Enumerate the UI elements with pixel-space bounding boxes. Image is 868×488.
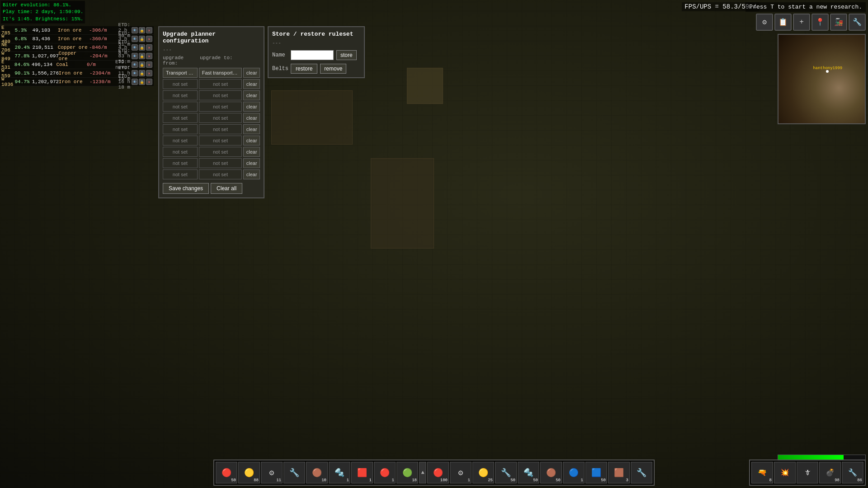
close-icon[interactable]: ✕ bbox=[146, 70, 152, 76]
weapon-item-3[interactable]: 💣98 bbox=[819, 462, 841, 483]
hotbar-item-18[interactable]: 🔧 bbox=[631, 462, 652, 483]
hotbar-count-9: 100 bbox=[440, 478, 448, 483]
hotbar-item-9[interactable]: 🔴100 bbox=[427, 462, 449, 483]
lock-icon[interactable]: 🔒 bbox=[139, 53, 145, 59]
upgrade-row-8: not set not set clear bbox=[163, 147, 260, 157]
not-set-to-6[interactable]: not set bbox=[199, 147, 242, 157]
store-button[interactable]: store bbox=[336, 50, 357, 60]
remove-button[interactable]: remove bbox=[320, 64, 346, 74]
eye-icon[interactable]: 👁 bbox=[132, 61, 138, 68]
not-set-from-8[interactable]: not set bbox=[163, 169, 198, 179]
hotbar-item-11[interactable]: 🟡25 bbox=[472, 462, 494, 483]
to-fast-transport-belt[interactable]: Fast transport belt bbox=[199, 68, 242, 78]
hotbar-item-8[interactable]: 🟢18 bbox=[396, 462, 418, 483]
store-name-input[interactable] bbox=[291, 50, 334, 60]
not-set-to-4[interactable]: not set bbox=[199, 124, 242, 134]
eye-icon[interactable]: 👁 bbox=[132, 79, 138, 85]
weapon-count-0: 8 bbox=[769, 478, 772, 483]
not-set-from-4[interactable]: not set bbox=[163, 124, 198, 134]
eye-icon[interactable]: 👁 bbox=[132, 70, 138, 76]
clear-row-5[interactable]: clear bbox=[243, 136, 260, 145]
eye-icon[interactable]: 👁 bbox=[132, 36, 138, 42]
clear-row-6[interactable]: clear bbox=[243, 147, 260, 157]
close-icon[interactable]: ✕ bbox=[146, 61, 152, 68]
waypoint-button[interactable]: 📍 bbox=[811, 14, 829, 31]
clear-row-3[interactable]: clear bbox=[243, 113, 260, 123]
clear-row-1[interactable]: clear bbox=[243, 90, 260, 100]
upgrade-row-5: not set not set clear bbox=[163, 113, 260, 123]
not-set-to-7[interactable]: not set bbox=[199, 158, 242, 168]
lock-icon[interactable]: 🔒 bbox=[139, 70, 145, 76]
hotbar-scroll-arrow[interactable]: ▲ bbox=[419, 462, 426, 483]
lock-icon[interactable]: 🔒 bbox=[139, 27, 145, 33]
map-button[interactable]: 📋 bbox=[774, 14, 792, 31]
clear-row-4[interactable]: clear bbox=[243, 124, 260, 134]
tool-button[interactable]: 🔧 bbox=[849, 14, 866, 31]
hotbar-item-13[interactable]: 🔩50 bbox=[518, 462, 539, 483]
not-set-to-8[interactable]: not set bbox=[199, 169, 242, 179]
from-transport-belt[interactable]: Transport belt bbox=[163, 68, 198, 78]
zoom-button[interactable]: + bbox=[793, 14, 810, 31]
hotbar-item-2[interactable]: ⚙11 bbox=[261, 462, 283, 483]
hotbar-item-1[interactable]: 🟡88 bbox=[238, 462, 260, 483]
not-set-from-0[interactable]: not set bbox=[163, 79, 198, 89]
hotbar-item-16[interactable]: 🟦50 bbox=[585, 462, 607, 483]
clear-row-8[interactable]: clear bbox=[243, 169, 260, 179]
hotbar-item-0[interactable]: 🔴50 bbox=[216, 462, 237, 483]
close-icon[interactable]: ✕ bbox=[146, 36, 152, 42]
lock-icon[interactable]: 🔒 bbox=[139, 61, 145, 68]
save-changes-button[interactable]: Save changes bbox=[163, 183, 209, 194]
eye-icon[interactable]: 👁 bbox=[132, 44, 138, 51]
not-set-to-5[interactable]: not set bbox=[199, 136, 242, 145]
toolbar[interactable]: ⚙ 📋 + 📍 🚂 🔧 bbox=[756, 14, 866, 31]
clear-first-row[interactable]: clear bbox=[243, 68, 260, 78]
store-restore-sep: --- bbox=[272, 40, 360, 46]
not-set-from-5[interactable]: not set bbox=[163, 136, 198, 145]
hotbar-item-17[interactable]: 🟫3 bbox=[608, 462, 630, 483]
lock-icon[interactable]: 🔒 bbox=[139, 36, 145, 42]
not-set-to-0[interactable]: not set bbox=[199, 79, 242, 89]
factory-element bbox=[407, 68, 443, 104]
not-set-to-2[interactable]: not set bbox=[199, 102, 242, 112]
hotbar-item-15[interactable]: 🔵1 bbox=[563, 462, 585, 483]
weapon-item-1[interactable]: 💥 bbox=[774, 462, 796, 483]
hotbar-item-6[interactable]: 🟥1 bbox=[351, 462, 373, 483]
close-icon[interactable]: ✕ bbox=[146, 44, 152, 51]
hotbar-item-14[interactable]: 🟤50 bbox=[540, 462, 562, 483]
hotbar-item-7[interactable]: 🔴1 bbox=[374, 462, 396, 483]
not-set-from-7[interactable]: not set bbox=[163, 158, 198, 168]
hotbar-item-4[interactable]: 🟤10 bbox=[306, 462, 328, 483]
train-button[interactable]: 🚂 bbox=[830, 14, 847, 31]
resource-row: W 849 77.8% 1,027,097 Copper ore -204/m … bbox=[0, 52, 154, 61]
minimap[interactable]: hanthony1999 bbox=[778, 34, 866, 124]
settings-button[interactable]: ⚙ bbox=[756, 14, 773, 31]
eye-icon[interactable]: 👁 bbox=[132, 27, 138, 33]
research-prompt: Press T to start a new research. bbox=[745, 2, 866, 12]
not-set-from-3[interactable]: not set bbox=[163, 113, 198, 123]
hotbar-icon-11: 🟡 bbox=[478, 468, 488, 478]
close-icon[interactable]: ✕ bbox=[146, 79, 152, 85]
not-set-from-6[interactable]: not set bbox=[163, 147, 198, 157]
not-set-from-2[interactable]: not set bbox=[163, 102, 198, 112]
weapon-item-0[interactable]: 🔫8 bbox=[751, 462, 773, 483]
clear-row-0[interactable]: clear bbox=[243, 79, 260, 89]
weapon-item-4[interactable]: 🔧86 bbox=[842, 462, 863, 483]
close-icon[interactable]: ✕ bbox=[146, 53, 152, 59]
clear-row-2[interactable]: clear bbox=[243, 102, 260, 112]
restore-button[interactable]: restore bbox=[291, 64, 317, 74]
not-set-to-3[interactable]: not set bbox=[199, 113, 242, 123]
eye-icon[interactable]: 👁 bbox=[132, 53, 138, 59]
hotbar-item-10[interactable]: ⚙1 bbox=[450, 462, 472, 483]
close-icon[interactable]: ✕ bbox=[146, 27, 152, 33]
weapon-item-2[interactable]: 🗡 bbox=[797, 462, 818, 483]
hotbar-item-12[interactable]: 🔧50 bbox=[495, 462, 517, 483]
hotbar-item-3[interactable]: 🔧 bbox=[283, 462, 305, 483]
not-set-to-1[interactable]: not set bbox=[199, 90, 242, 100]
not-set-from-1[interactable]: not set bbox=[163, 90, 198, 100]
clear-row-7[interactable]: clear bbox=[243, 158, 260, 168]
lock-icon[interactable]: 🔒 bbox=[139, 79, 145, 85]
hotbar-item-5[interactable]: 🔩1 bbox=[329, 462, 350, 483]
lock-icon[interactable]: 🔒 bbox=[139, 44, 145, 51]
hud-topleft: Biter evolution: 86.1%. Play time: 2 day… bbox=[1, 1, 85, 23]
clear-all-button[interactable]: Clear all bbox=[211, 183, 242, 194]
